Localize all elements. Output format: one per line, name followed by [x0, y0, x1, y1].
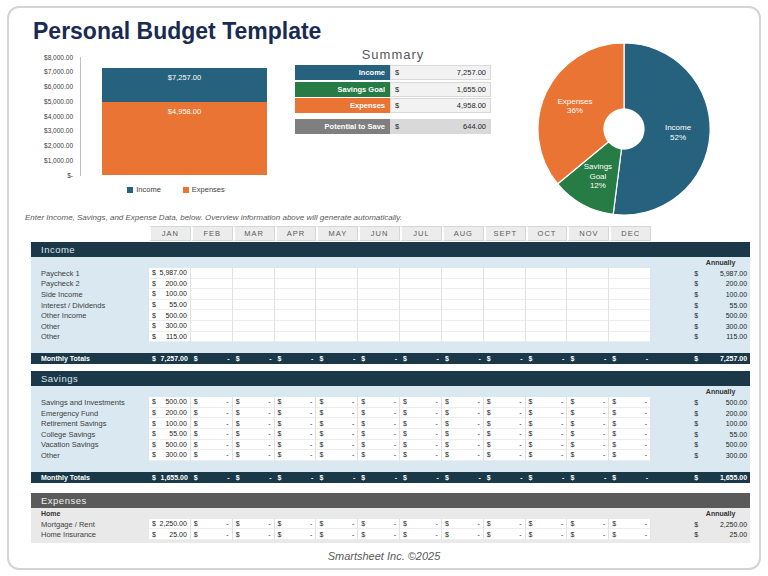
- cell-jan[interactable]: $200.00: [149, 279, 191, 290]
- cell-oct[interactable]: $-: [526, 440, 568, 451]
- cell-apr[interactable]: [275, 268, 317, 279]
- cell-sept[interactable]: [484, 321, 526, 332]
- cell-oct[interactable]: [526, 321, 568, 332]
- cell-jun[interactable]: $-: [358, 429, 400, 440]
- cell-sept[interactable]: $-: [484, 429, 526, 440]
- cell-sept[interactable]: $-: [484, 418, 526, 429]
- month-header-oct[interactable]: OCT: [526, 226, 568, 241]
- cell-sept[interactable]: $-: [484, 397, 526, 408]
- cell-feb[interactable]: $-: [191, 440, 233, 451]
- cell-apr[interactable]: [275, 332, 317, 343]
- cell-jul[interactable]: $-: [400, 408, 442, 419]
- cell-nov[interactable]: [567, 310, 609, 321]
- cell-dec[interactable]: $-: [609, 397, 651, 408]
- cell-may[interactable]: $-: [316, 519, 358, 530]
- cell-jun[interactable]: $-: [358, 408, 400, 419]
- cell-jan[interactable]: $5,987.00: [149, 268, 191, 279]
- cell-sept[interactable]: $-: [484, 440, 526, 451]
- cell-feb[interactable]: [191, 268, 233, 279]
- cell-apr[interactable]: $-: [275, 519, 317, 530]
- cell-feb[interactable]: [191, 332, 233, 343]
- month-header-jul[interactable]: JUL: [400, 226, 442, 241]
- cell-jan[interactable]: $100.00: [149, 289, 191, 300]
- cell-aug[interactable]: $-: [442, 529, 484, 540]
- cell-jan[interactable]: $25.00: [149, 529, 191, 540]
- cell-apr[interactable]: $-: [275, 429, 317, 440]
- cell-jun[interactable]: [358, 300, 400, 311]
- cell-jan[interactable]: $200.00: [149, 408, 191, 419]
- cell-mar[interactable]: [233, 332, 275, 343]
- cell-jan[interactable]: $100.00: [149, 418, 191, 429]
- cell-may[interactable]: $-: [316, 408, 358, 419]
- cell-aug[interactable]: [442, 300, 484, 311]
- cell-dec[interactable]: [609, 310, 651, 321]
- cell-may[interactable]: [316, 300, 358, 311]
- cell-apr[interactable]: [275, 279, 317, 290]
- cell-aug[interactable]: $-: [442, 519, 484, 530]
- month-header-nov[interactable]: NOV: [567, 226, 609, 241]
- cell-mar[interactable]: $-: [233, 440, 275, 451]
- cell-may[interactable]: [316, 268, 358, 279]
- cell-nov[interactable]: $-: [567, 418, 609, 429]
- cell-sept[interactable]: [484, 268, 526, 279]
- cell-dec[interactable]: $-: [609, 440, 651, 451]
- cell-apr[interactable]: [275, 300, 317, 311]
- cell-apr[interactable]: $-: [275, 450, 317, 461]
- cell-sept[interactable]: [484, 289, 526, 300]
- cell-oct[interactable]: [526, 268, 568, 279]
- cell-aug[interactable]: [442, 321, 484, 332]
- cell-mar[interactable]: [233, 300, 275, 311]
- cell-jul[interactable]: $-: [400, 397, 442, 408]
- cell-feb[interactable]: $-: [191, 529, 233, 540]
- cell-may[interactable]: $-: [316, 450, 358, 461]
- cell-nov[interactable]: $-: [567, 429, 609, 440]
- summary-value-cell[interactable]: $1,655.00: [390, 82, 491, 97]
- cell-dec[interactable]: [609, 279, 651, 290]
- summary-value-cell[interactable]: $7,257.00: [390, 65, 491, 80]
- cell-jun[interactable]: $-: [358, 418, 400, 429]
- cell-dec[interactable]: $-: [609, 519, 651, 530]
- cell-jul[interactable]: $-: [400, 418, 442, 429]
- cell-may[interactable]: [316, 332, 358, 343]
- cell-oct[interactable]: [526, 310, 568, 321]
- cell-nov[interactable]: [567, 321, 609, 332]
- cell-oct[interactable]: [526, 332, 568, 343]
- cell-jul[interactable]: [400, 310, 442, 321]
- cell-feb[interactable]: $-: [191, 519, 233, 530]
- cell-jul[interactable]: [400, 332, 442, 343]
- cell-dec[interactable]: $-: [609, 418, 651, 429]
- cell-mar[interactable]: [233, 289, 275, 300]
- cell-may[interactable]: $-: [316, 429, 358, 440]
- cell-apr[interactable]: [275, 310, 317, 321]
- cell-mar[interactable]: $-: [233, 408, 275, 419]
- cell-mar[interactable]: [233, 310, 275, 321]
- month-header-sept[interactable]: SEPT: [484, 226, 526, 241]
- cell-jun[interactable]: [358, 332, 400, 343]
- cell-nov[interactable]: $-: [567, 440, 609, 451]
- cell-sept[interactable]: [484, 310, 526, 321]
- cell-jul[interactable]: [400, 279, 442, 290]
- cell-aug[interactable]: $-: [442, 418, 484, 429]
- cell-oct[interactable]: [526, 300, 568, 311]
- cell-jun[interactable]: [358, 279, 400, 290]
- cell-jan[interactable]: $500.00: [149, 440, 191, 451]
- cell-sept[interactable]: $-: [484, 519, 526, 530]
- cell-nov[interactable]: $-: [567, 408, 609, 419]
- cell-sept[interactable]: [484, 279, 526, 290]
- cell-jun[interactable]: $-: [358, 440, 400, 451]
- cell-jul[interactable]: [400, 268, 442, 279]
- cell-may[interactable]: $-: [316, 397, 358, 408]
- cell-jul[interactable]: $-: [400, 529, 442, 540]
- cell-mar[interactable]: [233, 321, 275, 332]
- cell-nov[interactable]: $-: [567, 450, 609, 461]
- cell-nov[interactable]: $-: [567, 529, 609, 540]
- cell-dec[interactable]: $-: [609, 450, 651, 461]
- cell-aug[interactable]: [442, 332, 484, 343]
- cell-jun[interactable]: [358, 289, 400, 300]
- cell-oct[interactable]: $-: [526, 450, 568, 461]
- cell-feb[interactable]: [191, 289, 233, 300]
- cell-oct[interactable]: $-: [526, 397, 568, 408]
- cell-feb[interactable]: $-: [191, 418, 233, 429]
- cell-may[interactable]: $-: [316, 440, 358, 451]
- month-header-apr[interactable]: APR: [275, 226, 317, 241]
